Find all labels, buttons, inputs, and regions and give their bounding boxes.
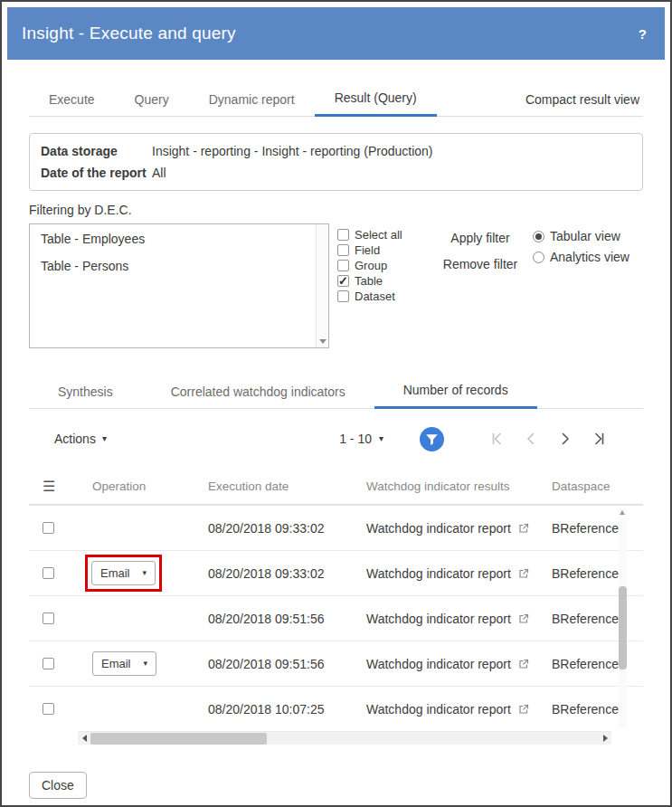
operation-select-value: Email xyxy=(101,657,131,670)
watchdog-report-link[interactable]: Watchdog indicator report xyxy=(366,566,511,581)
table-row: 08/20/2018 09:33:02 Watchdog indicator r… xyxy=(29,505,643,550)
watchdog-report-link[interactable]: Watchdog indicator report xyxy=(366,702,511,717)
select-all-checkbox[interactable] xyxy=(337,229,349,241)
table-row: 08/20/2018 10:07:25 Watchdog indicator r… xyxy=(29,686,643,731)
scroll-up-icon[interactable] xyxy=(620,510,625,515)
table-row: Email ▾ 08/20/2018 09:33:02 Watchdog ind… xyxy=(29,550,643,595)
checkbox-group[interactable]: Group xyxy=(337,258,428,273)
checkbox-label: Dataset xyxy=(355,289,395,304)
actions-dropdown[interactable]: Actions ▾ xyxy=(54,432,107,446)
row-checkbox[interactable] xyxy=(43,658,54,669)
tab-synthesis[interactable]: Synthesis xyxy=(29,377,142,408)
caret-down-icon: ▾ xyxy=(144,660,148,668)
first-page-button[interactable] xyxy=(489,432,504,446)
external-link-icon[interactable] xyxy=(518,704,529,715)
listbox-scrollbar[interactable] xyxy=(316,224,328,347)
column-header-results[interactable]: Watchdog indicator results xyxy=(359,479,544,493)
row-checkbox[interactable] xyxy=(43,522,54,534)
close-button[interactable]: Close xyxy=(29,772,87,799)
report-info-box: Data storage Insight - reporting - Insig… xyxy=(29,133,643,191)
operation-select[interactable]: Email ▾ xyxy=(91,561,156,585)
checkbox-dataset[interactable]: Dataset xyxy=(337,289,428,304)
previous-page-icon xyxy=(524,432,538,446)
annotation-highlight-box: Email ▾ xyxy=(85,555,162,592)
row-checkbox[interactable] xyxy=(43,567,54,579)
row-checkbox[interactable] xyxy=(43,703,54,715)
filter-actions: Apply filter Remove filter xyxy=(435,223,525,348)
listbox-item-employees[interactable]: Table - Employees xyxy=(30,224,328,252)
last-page-button[interactable] xyxy=(592,432,607,446)
horizontal-scrollbar-thumb[interactable] xyxy=(90,733,267,745)
filtering-section: Table - Employees Table - Persons Select… xyxy=(29,223,643,348)
dec-listbox[interactable]: Table - Employees Table - Persons xyxy=(29,223,329,348)
result-tabs: Synthesis Correlated watchdog indicators… xyxy=(29,375,643,409)
report-date-label: Date of the report xyxy=(41,162,152,184)
apply-filter-button[interactable]: Apply filter xyxy=(435,231,525,245)
filter-button[interactable] xyxy=(420,427,444,451)
radio-tabular-view[interactable]: Tabular view xyxy=(533,229,629,243)
info-row: Data storage Insight - reporting - Insig… xyxy=(41,140,631,162)
tab-dynamic-report[interactable]: Dynamic report xyxy=(189,85,315,116)
operation-select[interactable]: Email ▾ xyxy=(92,651,156,676)
vertical-scrollbar[interactable] xyxy=(619,508,627,728)
tab-number-of-records[interactable]: Number of records xyxy=(374,375,537,409)
external-link-icon[interactable] xyxy=(518,613,529,624)
column-header-dataspace[interactable]: Dataspace xyxy=(544,479,643,493)
table-row: Email ▾ 08/20/2018 09:51:56 Watchdog ind… xyxy=(29,641,643,686)
row-checkbox[interactable] xyxy=(43,612,54,624)
watchdog-report-link[interactable]: Watchdog indicator report xyxy=(366,521,511,536)
checkbox-field[interactable]: Field xyxy=(337,242,428,258)
previous-page-button[interactable] xyxy=(524,432,538,446)
pagination-range-dropdown[interactable]: 1 - 10 ▾ xyxy=(339,432,383,446)
tab-result-query[interactable]: Result (Query) xyxy=(315,83,437,117)
field-checkbox[interactable] xyxy=(337,244,349,256)
checkbox-select-all[interactable]: Select all xyxy=(337,227,428,242)
group-checkbox[interactable] xyxy=(337,260,349,271)
next-page-button[interactable] xyxy=(558,432,573,446)
radio-analytics-view[interactable]: Analytics view xyxy=(533,250,629,264)
dialog-content: Execute Query Dynamic report Result (Que… xyxy=(7,83,665,745)
compact-result-view-link[interactable]: Compact result view xyxy=(522,85,643,116)
dataspace-cell: BReference xyxy=(544,702,643,717)
horizontal-scrollbar-track[interactable] xyxy=(90,732,599,745)
external-link-icon[interactable] xyxy=(518,523,529,534)
dataset-checkbox[interactable] xyxy=(337,290,349,302)
table-checkbox[interactable] xyxy=(337,275,349,287)
report-date-value: All xyxy=(152,162,166,184)
scroll-down-icon[interactable] xyxy=(319,339,327,344)
column-header-execution-date[interactable]: Execution date xyxy=(201,479,359,493)
column-menu-icon[interactable]: ☰ xyxy=(43,478,55,495)
checkbox-label: Table xyxy=(355,273,383,289)
actions-label: Actions xyxy=(54,432,96,446)
watchdog-report-link[interactable]: Watchdog indicator report xyxy=(366,612,511,626)
scroll-right-button[interactable] xyxy=(599,732,611,745)
pagination-range-label: 1 - 10 xyxy=(339,432,372,446)
column-header-operation[interactable]: Operation xyxy=(81,479,201,493)
operation-select-value: Email xyxy=(100,566,130,580)
table-toolbar: Actions ▾ 1 - 10 ▾ xyxy=(29,409,643,469)
tab-execute[interactable]: Execute xyxy=(29,85,115,116)
radio-label: Analytics view xyxy=(550,250,629,264)
funnel-icon xyxy=(420,427,444,451)
analytics-view-radio[interactable] xyxy=(533,252,544,263)
tab-query[interactable]: Query xyxy=(115,85,189,116)
scroll-left-icon xyxy=(82,735,87,742)
data-storage-label: Data storage xyxy=(41,140,152,162)
main-tabs: Execute Query Dynamic report Result (Que… xyxy=(29,83,643,117)
remove-filter-button[interactable]: Remove filter xyxy=(435,257,525,271)
scroll-left-button[interactable] xyxy=(78,732,90,745)
external-link-icon[interactable] xyxy=(518,568,529,579)
listbox-item-persons[interactable]: Table - Persons xyxy=(30,252,328,279)
dialog-title: Insight - Execute and query xyxy=(22,24,236,43)
tab-correlated-watchdog-indicators[interactable]: Correlated watchdog indicators xyxy=(142,377,374,408)
help-icon[interactable]: ? xyxy=(635,26,650,42)
vertical-scrollbar-thumb[interactable] xyxy=(619,586,627,669)
dialog-titlebar: Insight - Execute and query ? xyxy=(7,7,665,60)
checkbox-table[interactable]: Table xyxy=(337,273,428,289)
tabular-view-radio[interactable] xyxy=(533,231,544,242)
horizontal-scrollbar[interactable] xyxy=(78,731,611,745)
external-link-icon[interactable] xyxy=(518,659,529,669)
execution-date-cell: 08/20/2018 10:07:25 xyxy=(201,702,359,717)
dataspace-cell: BReference xyxy=(544,566,643,581)
watchdog-report-link[interactable]: Watchdog indicator report xyxy=(366,657,511,671)
